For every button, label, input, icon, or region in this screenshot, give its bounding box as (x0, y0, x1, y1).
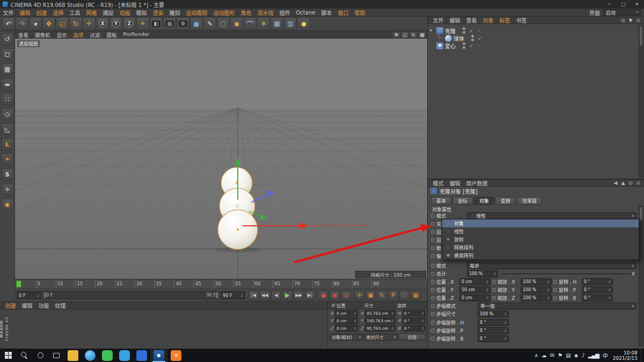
zoom-view-icon[interactable]: ◱ (401, 32, 408, 38)
size-x-field[interactable]: 95.763 cm (365, 310, 396, 316)
tab-effectors[interactable]: 效果器 (517, 197, 542, 205)
lock-z-button[interactable]: Z (123, 17, 136, 30)
prev-frame-button[interactable]: ◀ (271, 291, 281, 300)
tray-mail-icon[interactable]: ✉ (550, 352, 554, 358)
menu-mesh[interactable]: 网格 (83, 9, 100, 17)
menu-render[interactable]: 渲染 (150, 9, 166, 17)
apply-button[interactable]: 应用 (399, 334, 426, 341)
am-menu-edit[interactable]: 编辑 (447, 179, 463, 187)
am-up-icon[interactable]: ▲ (619, 180, 627, 186)
goto-end-button[interactable]: ▶| (305, 291, 315, 300)
key-scale-button[interactable]: ▣ (365, 291, 376, 300)
rot-p-field[interactable]: 0 ° (402, 317, 426, 324)
current-frame-field[interactable]: 0 F (17, 291, 41, 299)
object-row-sphere[interactable]: 球体 ✓ (436, 34, 482, 42)
amount-field[interactable]: 100 % (467, 270, 498, 277)
spinner-icon[interactable] (36, 293, 39, 298)
timeline-ruler[interactable]: 051015202530354045505560657075808590 (15, 279, 427, 289)
menu-edit[interactable]: 编辑 (17, 9, 33, 17)
visibility-dots[interactable] (471, 35, 474, 41)
search-button[interactable] (16, 349, 32, 362)
mat-menu-texture[interactable]: 纹理 (52, 301, 69, 309)
transform-mode-select[interactable]: 对象(相对) (330, 334, 363, 341)
menu-tools[interactable]: 工具 (67, 9, 83, 17)
om-lock-icon[interactable]: ⊙ (634, 18, 642, 23)
enabled-check-icon[interactable]: ✓ (478, 35, 482, 41)
am-lock-icon[interactable]: ⊙ (634, 180, 642, 186)
om-search-icon[interactable]: ◎ (619, 18, 627, 23)
rot-h-field[interactable]: 0 ° (402, 310, 426, 316)
minimize-button[interactable]: ─ (602, 0, 616, 9)
viewport[interactable]: 查看摄像机显示选项过滤面板ProRender ✥◱↻▦ 透视视图 (15, 31, 427, 279)
tab-coord[interactable]: 坐标 (452, 197, 473, 205)
size-z-field[interactable]: 95.763 cm (365, 325, 396, 331)
object-row-heart-spline[interactable]: ♥ 爱心 ✓ ∴ (430, 42, 480, 49)
mode-option-linear[interactable]: ⋮线性 (442, 227, 639, 235)
last-used-tool[interactable]: ✛ (83, 17, 96, 30)
autokey-button[interactable]: ◉ (330, 291, 340, 300)
coordinate-system-button[interactable]: ⌖ (136, 17, 149, 30)
taskbar-app-explorer[interactable] (64, 349, 82, 362)
vp-menu-display[interactable]: 显示 (54, 31, 70, 39)
keyframe-selection-button[interactable]: ◎ (341, 291, 351, 300)
snap-button[interactable]: ⌖ (2, 153, 13, 165)
step-rotation-field[interactable]: 0 ° (478, 319, 509, 326)
lock-y-button[interactable]: Y (109, 17, 122, 30)
menu-sculpt[interactable]: 雕刻 (166, 9, 183, 17)
tray-flag-icon[interactable]: ⚑ (558, 352, 562, 358)
task-view-button[interactable] (48, 349, 64, 362)
object-name[interactable]: 爱心 (445, 42, 456, 50)
step-mode-select[interactable]: 每步 (467, 262, 636, 269)
tab-transform[interactable]: 变换 (495, 197, 516, 205)
rot-h-field[interactable]: 0 ° (582, 278, 613, 285)
record-keyframe-button[interactable]: ● (318, 291, 328, 300)
om-menu-view[interactable]: 查看 (463, 16, 480, 24)
om-menu-file[interactable]: 文件 (430, 16, 447, 24)
rot-b-field[interactable]: 0 ° (402, 325, 426, 331)
visibility-dots[interactable] (463, 27, 465, 34)
am-menu-mode[interactable]: 模式 (430, 179, 447, 187)
mode-option-object[interactable]: ∴对象 (442, 219, 639, 227)
undo-button[interactable]: ↶ (2, 17, 15, 30)
maximize-button[interactable]: □ (616, 0, 630, 9)
render-picture-viewer-button[interactable]: ▨ (163, 17, 176, 30)
menu-motion-tracker[interactable]: 运动跟踪 (183, 9, 210, 17)
amount-slider[interactable] (502, 270, 636, 277)
light-button[interactable]: ● (297, 17, 310, 30)
om-menu-tags[interactable]: 标签 (496, 16, 513, 24)
lock-workplane-button[interactable]: ◉ (2, 198, 13, 210)
scale-tool[interactable]: ◱ (56, 17, 69, 30)
menu-pipeline[interactable]: 流水线 (254, 9, 276, 17)
key-rotation-button[interactable]: ↻ (377, 291, 387, 300)
visibility-dots[interactable] (463, 42, 465, 49)
vp-menu-view[interactable]: 查看 (15, 31, 32, 39)
vp-menu-options[interactable]: 选项 (70, 31, 87, 39)
edges-mode-button[interactable]: ◇ (2, 108, 13, 120)
vp-menu-cameras[interactable]: 摄像机 (32, 31, 54, 39)
timeline-window-button[interactable]: ▦ (411, 291, 421, 300)
rotate-view-icon[interactable]: ↻ (410, 32, 417, 38)
scale-x-field[interactable]: 100 % (521, 278, 552, 285)
tab-object[interactable]: 对象 (474, 197, 494, 205)
expand-arrow-icon[interactable]: ▾ (430, 28, 435, 33)
instance-button[interactable]: ● (230, 17, 243, 30)
menu-mograph[interactable]: 运动图形 (210, 9, 238, 17)
menu-plugins[interactable]: 插件 (276, 9, 293, 17)
view-label[interactable]: 透视视图 (17, 40, 40, 47)
tray-sound-icon[interactable]: ♪ (581, 352, 584, 358)
menu-file[interactable]: 文件 (0, 9, 17, 17)
solo-button[interactable]: S (2, 168, 13, 180)
view-layout-button[interactable]: ▦ (270, 17, 283, 30)
mat-menu-create[interactable]: 创建 (2, 301, 19, 309)
menu-help[interactable]: 帮助 (352, 9, 368, 17)
goto-start-button[interactable]: |◀ (248, 291, 259, 300)
om-menu-objects[interactable]: 对象 (480, 16, 496, 24)
mode-option-honeycomb[interactable]: ✻蜂窝阵列 (442, 252, 639, 260)
pos-x-field[interactable]: 0 cm (459, 278, 491, 285)
toggle-views-icon[interactable]: ▦ (419, 32, 426, 38)
pan-view-icon[interactable]: ✥ (393, 32, 400, 38)
pos-x-field[interactable]: 0 cm (335, 310, 358, 316)
step-size-field[interactable]: 100 % (478, 311, 509, 317)
enabled-check-icon[interactable]: ✓ (469, 28, 473, 34)
enabled-check-icon[interactable]: ✓ (469, 43, 473, 49)
